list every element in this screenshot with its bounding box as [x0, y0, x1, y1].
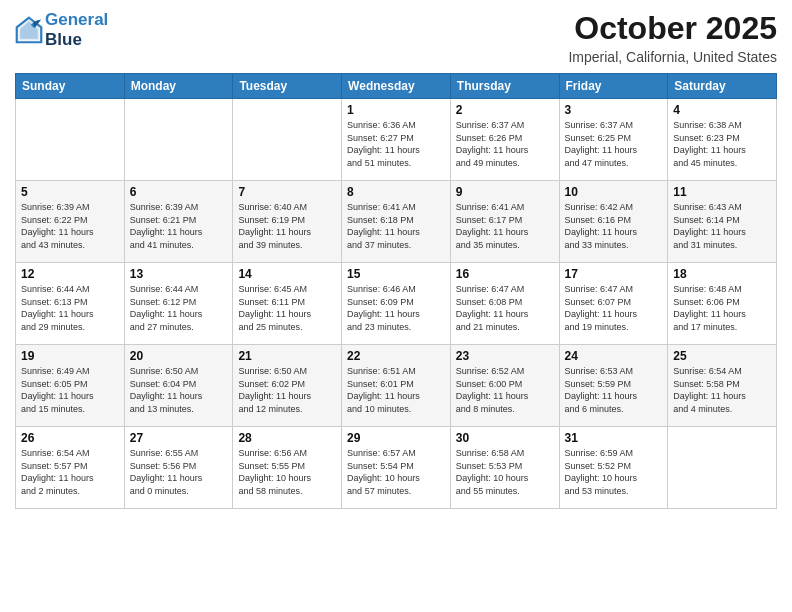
logo-general: General: [45, 10, 108, 29]
calendar-day-3: 3Sunrise: 6:37 AMSunset: 6:25 PMDaylight…: [559, 99, 668, 181]
day-info: Sunrise: 6:57 AMSunset: 5:54 PMDaylight:…: [347, 447, 445, 497]
calendar-day-10: 10Sunrise: 6:42 AMSunset: 6:16 PMDayligh…: [559, 181, 668, 263]
day-number: 23: [456, 349, 554, 363]
calendar-day-31: 31Sunrise: 6:59 AMSunset: 5:52 PMDayligh…: [559, 427, 668, 509]
calendar-day-1: 1Sunrise: 6:36 AMSunset: 6:27 PMDaylight…: [342, 99, 451, 181]
day-info: Sunrise: 6:47 AMSunset: 6:08 PMDaylight:…: [456, 283, 554, 333]
calendar-week-4: 19Sunrise: 6:49 AMSunset: 6:05 PMDayligh…: [16, 345, 777, 427]
calendar-day-18: 18Sunrise: 6:48 AMSunset: 6:06 PMDayligh…: [668, 263, 777, 345]
header: General Blue October 2025 Imperial, Cali…: [15, 10, 777, 65]
weekday-header-wednesday: Wednesday: [342, 74, 451, 99]
calendar-empty: [668, 427, 777, 509]
calendar-empty: [16, 99, 125, 181]
weekday-header-monday: Monday: [124, 74, 233, 99]
day-info: Sunrise: 6:51 AMSunset: 6:01 PMDaylight:…: [347, 365, 445, 415]
day-number: 4: [673, 103, 771, 117]
calendar-day-16: 16Sunrise: 6:47 AMSunset: 6:08 PMDayligh…: [450, 263, 559, 345]
day-number: 27: [130, 431, 228, 445]
calendar-day-26: 26Sunrise: 6:54 AMSunset: 5:57 PMDayligh…: [16, 427, 125, 509]
day-info: Sunrise: 6:43 AMSunset: 6:14 PMDaylight:…: [673, 201, 771, 251]
day-info: Sunrise: 6:45 AMSunset: 6:11 PMDaylight:…: [238, 283, 336, 333]
calendar-day-24: 24Sunrise: 6:53 AMSunset: 5:59 PMDayligh…: [559, 345, 668, 427]
day-number: 19: [21, 349, 119, 363]
day-info: Sunrise: 6:44 AMSunset: 6:13 PMDaylight:…: [21, 283, 119, 333]
logo-text: General Blue: [45, 10, 108, 49]
calendar-day-23: 23Sunrise: 6:52 AMSunset: 6:00 PMDayligh…: [450, 345, 559, 427]
day-info: Sunrise: 6:53 AMSunset: 5:59 PMDaylight:…: [565, 365, 663, 415]
day-number: 21: [238, 349, 336, 363]
calendar-day-19: 19Sunrise: 6:49 AMSunset: 6:05 PMDayligh…: [16, 345, 125, 427]
calendar-day-22: 22Sunrise: 6:51 AMSunset: 6:01 PMDayligh…: [342, 345, 451, 427]
day-info: Sunrise: 6:47 AMSunset: 6:07 PMDaylight:…: [565, 283, 663, 333]
day-number: 2: [456, 103, 554, 117]
day-info: Sunrise: 6:49 AMSunset: 6:05 PMDaylight:…: [21, 365, 119, 415]
day-number: 29: [347, 431, 445, 445]
weekday-header-sunday: Sunday: [16, 74, 125, 99]
calendar-empty: [233, 99, 342, 181]
calendar-day-11: 11Sunrise: 6:43 AMSunset: 6:14 PMDayligh…: [668, 181, 777, 263]
calendar-day-9: 9Sunrise: 6:41 AMSunset: 6:17 PMDaylight…: [450, 181, 559, 263]
day-info: Sunrise: 6:41 AMSunset: 6:18 PMDaylight:…: [347, 201, 445, 251]
day-number: 6: [130, 185, 228, 199]
day-info: Sunrise: 6:40 AMSunset: 6:19 PMDaylight:…: [238, 201, 336, 251]
day-info: Sunrise: 6:50 AMSunset: 6:04 PMDaylight:…: [130, 365, 228, 415]
day-info: Sunrise: 6:54 AMSunset: 5:57 PMDaylight:…: [21, 447, 119, 497]
calendar-day-4: 4Sunrise: 6:38 AMSunset: 6:23 PMDaylight…: [668, 99, 777, 181]
day-info: Sunrise: 6:48 AMSunset: 6:06 PMDaylight:…: [673, 283, 771, 333]
day-info: Sunrise: 6:38 AMSunset: 6:23 PMDaylight:…: [673, 119, 771, 169]
calendar-week-3: 12Sunrise: 6:44 AMSunset: 6:13 PMDayligh…: [16, 263, 777, 345]
weekday-header-saturday: Saturday: [668, 74, 777, 99]
calendar-day-30: 30Sunrise: 6:58 AMSunset: 5:53 PMDayligh…: [450, 427, 559, 509]
day-info: Sunrise: 6:59 AMSunset: 5:52 PMDaylight:…: [565, 447, 663, 497]
calendar-day-6: 6Sunrise: 6:39 AMSunset: 6:21 PMDaylight…: [124, 181, 233, 263]
calendar-day-12: 12Sunrise: 6:44 AMSunset: 6:13 PMDayligh…: [16, 263, 125, 345]
day-info: Sunrise: 6:46 AMSunset: 6:09 PMDaylight:…: [347, 283, 445, 333]
calendar-week-2: 5Sunrise: 6:39 AMSunset: 6:22 PMDaylight…: [16, 181, 777, 263]
day-number: 24: [565, 349, 663, 363]
day-number: 20: [130, 349, 228, 363]
day-number: 22: [347, 349, 445, 363]
weekday-header-friday: Friday: [559, 74, 668, 99]
calendar-week-1: 1Sunrise: 6:36 AMSunset: 6:27 PMDaylight…: [16, 99, 777, 181]
day-number: 11: [673, 185, 771, 199]
day-info: Sunrise: 6:37 AMSunset: 6:26 PMDaylight:…: [456, 119, 554, 169]
day-info: Sunrise: 6:54 AMSunset: 5:58 PMDaylight:…: [673, 365, 771, 415]
title-area: October 2025 Imperial, California, Unite…: [568, 10, 777, 65]
calendar-day-27: 27Sunrise: 6:55 AMSunset: 5:56 PMDayligh…: [124, 427, 233, 509]
weekday-header-row: SundayMondayTuesdayWednesdayThursdayFrid…: [16, 74, 777, 99]
day-number: 25: [673, 349, 771, 363]
day-number: 18: [673, 267, 771, 281]
day-info: Sunrise: 6:42 AMSunset: 6:16 PMDaylight:…: [565, 201, 663, 251]
day-number: 30: [456, 431, 554, 445]
day-number: 28: [238, 431, 336, 445]
day-info: Sunrise: 6:41 AMSunset: 6:17 PMDaylight:…: [456, 201, 554, 251]
calendar-day-28: 28Sunrise: 6:56 AMSunset: 5:55 PMDayligh…: [233, 427, 342, 509]
calendar-day-21: 21Sunrise: 6:50 AMSunset: 6:02 PMDayligh…: [233, 345, 342, 427]
day-number: 1: [347, 103, 445, 117]
calendar-week-5: 26Sunrise: 6:54 AMSunset: 5:57 PMDayligh…: [16, 427, 777, 509]
calendar-day-7: 7Sunrise: 6:40 AMSunset: 6:19 PMDaylight…: [233, 181, 342, 263]
day-number: 17: [565, 267, 663, 281]
calendar-day-2: 2Sunrise: 6:37 AMSunset: 6:26 PMDaylight…: [450, 99, 559, 181]
day-number: 13: [130, 267, 228, 281]
day-info: Sunrise: 6:37 AMSunset: 6:25 PMDaylight:…: [565, 119, 663, 169]
day-number: 12: [21, 267, 119, 281]
day-number: 5: [21, 185, 119, 199]
day-info: Sunrise: 6:50 AMSunset: 6:02 PMDaylight:…: [238, 365, 336, 415]
day-number: 9: [456, 185, 554, 199]
weekday-header-thursday: Thursday: [450, 74, 559, 99]
day-number: 7: [238, 185, 336, 199]
day-number: 16: [456, 267, 554, 281]
day-info: Sunrise: 6:52 AMSunset: 6:00 PMDaylight:…: [456, 365, 554, 415]
day-info: Sunrise: 6:36 AMSunset: 6:27 PMDaylight:…: [347, 119, 445, 169]
calendar-day-8: 8Sunrise: 6:41 AMSunset: 6:18 PMDaylight…: [342, 181, 451, 263]
month-title: October 2025: [568, 10, 777, 47]
calendar-table: SundayMondayTuesdayWednesdayThursdayFrid…: [15, 73, 777, 509]
calendar-day-29: 29Sunrise: 6:57 AMSunset: 5:54 PMDayligh…: [342, 427, 451, 509]
day-number: 14: [238, 267, 336, 281]
day-number: 8: [347, 185, 445, 199]
logo-blue: Blue: [45, 30, 82, 49]
day-number: 31: [565, 431, 663, 445]
day-number: 15: [347, 267, 445, 281]
calendar-day-20: 20Sunrise: 6:50 AMSunset: 6:04 PMDayligh…: [124, 345, 233, 427]
